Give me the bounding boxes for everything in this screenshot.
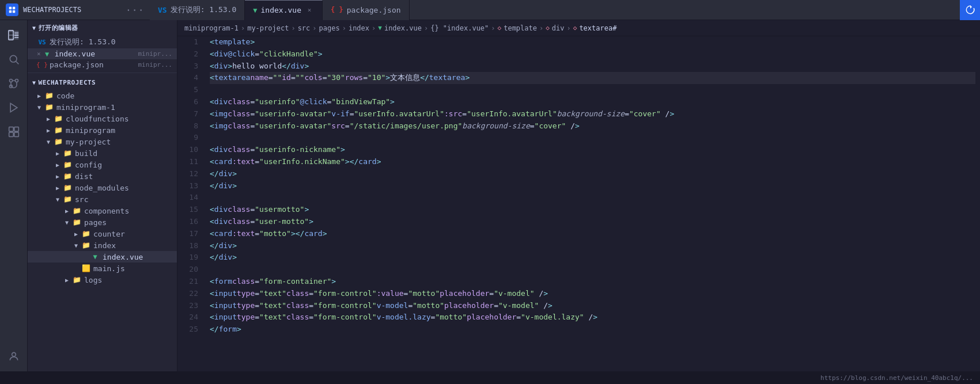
sidebar-item-dist[interactable]: ▶ 📁 dist [28,170,177,182]
sidebar-item-config-label: config [75,161,177,169]
explorer-icon[interactable] [3,25,24,45]
line-number: 7 [184,108,198,120]
search-activity-icon[interactable] [3,49,24,70]
open-file-index-vue-path: minipr... [138,50,172,58]
sidebar-item-build[interactable]: ▶ 📁 build [28,147,177,159]
sidebar-item-index-vue[interactable]: ▶ ▼ index.vue [28,251,177,263]
sidebar-item-src[interactable]: ▼ 📁 src [28,193,177,205]
open-file-package[interactable]: { } package.json minipr... [28,59,177,70]
sidebar-item-cloudfunctions[interactable]: ▶ 📁 cloudfunctions [28,113,177,124]
code-line: <div class="user-motto"> [210,216,975,228]
folder-components-icon: 📁 [71,207,82,215]
breadcrumb-div: div [552,24,565,32]
open-file-index-vue[interactable]: × ▼ index.vue minipr... [28,48,177,59]
folder-myproject-icon: 📁 [53,138,63,146]
chevron-open-editors-icon: ▼ [32,25,36,31]
close-open-file-icon[interactable]: × [37,50,41,58]
close-tab-button[interactable]: × [305,6,314,15]
sidebar-item-code[interactable]: ▶ 📁 code [28,90,177,101]
titlebar: WECHATPROJECTS ··· VS 发行说明: 1.53.0 ▼ ind… [0,0,980,20]
npm-open-icon: { } [37,61,47,69]
line-number: 20 [184,264,198,276]
extensions-icon[interactable] [3,121,24,142]
sidebar-item-miniprogram[interactable]: ▶ 📁 miniprogram [28,124,177,136]
svg-rect-13 [9,132,13,137]
sidebar-item-counter[interactable]: ▶ 📁 counter [28,228,177,239]
folder-counter-icon: 📁 [81,230,91,238]
editor-area: miniprogram-1 › my-project › src › pages… [177,20,980,371]
tab-release-label: 发行说明: 1.53.0 [171,5,237,15]
line-number: 25 [184,324,198,336]
code-line: <div class="userinfo-nickname"> [210,144,975,156]
account-icon[interactable] [3,346,24,367]
sidebar-item-miniprogram1[interactable]: ▼ 📁 miniprogram-1 [28,101,177,113]
sidebar-item-logs-label: logs [84,276,177,284]
sidebar-item-cloudfunctions-label: cloudfunctions [66,115,177,123]
folder-cloudfunctions-icon: 📁 [53,115,63,123]
sidebar-title: WECHATPROJECTS [23,6,81,14]
code-line [210,132,975,144]
line-number: 16 [184,216,198,228]
line-number: 17 [184,228,198,240]
breadcrumb-json: {} "index.vue" [430,24,489,32]
code-line: <textarea name="" id="" cols="30" rows="… [210,72,975,84]
code-content[interactable]: <template> <div @click="clickHandle"> <d… [205,36,980,371]
chevron-pages-icon: ▼ [62,218,71,227]
code-line: <form class="form-container"> [210,276,975,288]
code-editor[interactable]: 1234567891011121314151617181920212223242… [177,36,980,371]
line-number: 3 [184,60,198,73]
code-line [210,264,975,276]
sidebar-item-nodemodules[interactable]: ▶ 📁 node_modules [28,182,177,193]
svg-line-6 [16,62,18,64]
open-file-release[interactable]: VS 发行说明: 1.53.0 [28,36,177,48]
sync-button[interactable] [960,0,980,20]
tab-package-json[interactable]: { } package.json [323,0,410,20]
svg-rect-14 [14,132,18,137]
svg-point-15 [12,352,16,356]
sidebar-item-dist-label: dist [75,172,177,181]
code-line: <card :text="userInfo.nickName"></card> [210,156,975,168]
sidebar-item-nodemodules-label: node_modules [75,184,177,192]
code-line: <div>hello world</div> [210,60,975,73]
breadcrumb-textarea: textarea# [579,24,616,32]
tabs-bar: VS 发行说明: 1.53.0 ▼ index.vue × { } packag… [150,0,960,20]
sidebar-header: WECHATPROJECTS ··· [0,3,150,16]
sidebar-item-config[interactable]: ▶ 📁 config [28,159,177,170]
line-numbers: 1234567891011121314151617181920212223242… [177,36,205,371]
vue-icon: ▼ [253,6,257,14]
code-line: <template> [210,36,975,48]
sidebar-item-index-folder[interactable]: ▼ 📁 index [28,239,177,251]
folder-miniprogram-icon: 📁 [53,126,63,134]
breadcrumb-index: index [349,24,369,32]
tab-package-label: package.json [347,6,401,14]
debug-icon[interactable] [3,97,24,118]
sidebar-item-logs[interactable]: ▶ 📁 logs [28,274,177,286]
sidebar-item-mainjs-label: main.js [93,264,177,273]
chevron-dist-icon: ▶ [53,172,62,181]
code-line: <input type="text" class="form-control" … [210,288,975,300]
code-line: </form> [210,324,975,336]
sidebar-item-index-vue-label: index.vue [103,253,177,261]
open-file-package-path: minipr... [138,61,172,69]
sidebar-item-myproject[interactable]: ▼ 📁 my-project [28,136,177,147]
more-options-button[interactable]: ··· [125,4,144,16]
sidebar-item-code-label: code [56,92,177,100]
sidebar-item-components[interactable]: ▶ 📁 components [28,205,177,216]
code-line: </div> [210,252,975,264]
breadcrumb-miniprogram1: miniprogram-1 [184,24,239,32]
tab-index-vue[interactable]: ▼ index.vue × [245,0,323,20]
js-file-icon: 🟨 [81,264,91,272]
open-editors-label: 打开的编辑器 [39,24,78,32]
statusbar: https://blog.csdn.net/weixin_40abc1q/... [0,371,980,384]
tab-release[interactable]: VS 发行说明: 1.53.0 [150,0,245,20]
line-number: 21 [184,276,198,288]
git-icon[interactable] [3,73,24,94]
open-file-index-vue-label: index.vue [55,50,138,58]
div-breadcrumb-icon: ◇ [546,24,550,32]
sidebar-item-mainjs[interactable]: ▶ 🟨 main.js [28,263,177,274]
svg-rect-2 [9,10,12,13]
sidebar-item-pages[interactable]: ▼ 📁 pages [28,216,177,228]
line-number: 13 [184,180,198,192]
svg-rect-11 [9,127,13,132]
chevron-code-icon: ▶ [35,91,44,100]
